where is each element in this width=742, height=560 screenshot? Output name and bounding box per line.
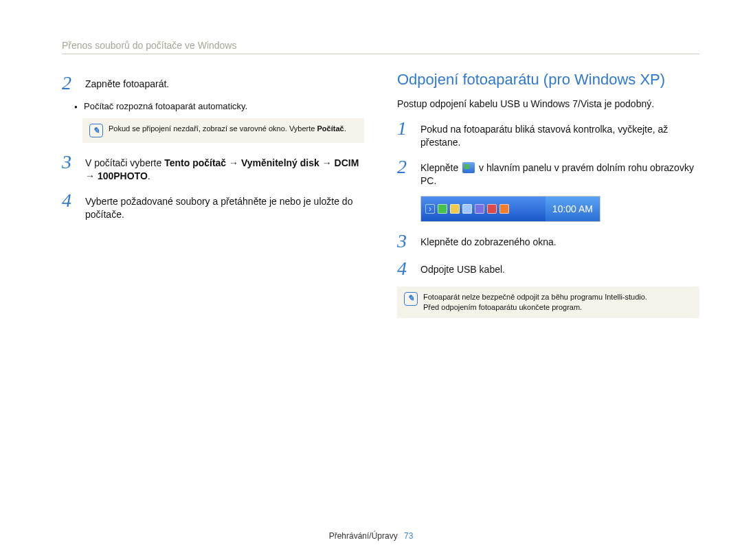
section-lead: Postup odpojení kabelu USB u Windows 7/V… bbox=[397, 98, 699, 109]
note-text: Pokud se připojení nezdaří, zobrazí se v… bbox=[109, 124, 346, 134]
note-icon: ✎ bbox=[89, 124, 103, 137]
footer-page-number: 73 bbox=[404, 531, 413, 541]
right-note: ✎ Fotoaparát nelze bezpečně odpojit za b… bbox=[397, 287, 699, 319]
footer-section: Přehrávání/Úpravy bbox=[329, 531, 398, 541]
tray-icon bbox=[499, 204, 509, 214]
step2-lead: Klepněte bbox=[420, 162, 461, 173]
step-text: Odpojte USB kabel. bbox=[420, 259, 505, 278]
left-bullet: Počítač rozpozná fotoaparát automaticky. bbox=[62, 101, 364, 111]
step-number: 2 bbox=[62, 74, 77, 93]
page-header: Přenos souborů do počítače ve Windows bbox=[62, 40, 699, 51]
right-step-2: 2 Klepněte v hlavním panelu v pravém dol… bbox=[397, 157, 699, 188]
left-column: 2 Zapněte fotoaparát. Počítač rozpozná f… bbox=[62, 71, 364, 328]
step3-lead: V počítači vyberte bbox=[85, 157, 164, 168]
page-footer: Přehrávání/Úpravy 73 bbox=[0, 531, 742, 541]
note-text: Fotoaparát nelze bezpečně odpojit za běh… bbox=[423, 292, 647, 313]
tray-icon bbox=[462, 204, 472, 214]
tray-shield-icon bbox=[450, 204, 460, 214]
right-column: Odpojení fotoaparátu (pro Windows XP) Po… bbox=[397, 71, 699, 328]
note-line2: Před odpojením fotoaparátu ukončete prog… bbox=[423, 303, 582, 311]
safely-remove-icon bbox=[462, 162, 475, 173]
step-text: Vyberte požadované soubory a přetáhněte … bbox=[85, 191, 364, 221]
left-step-4: 4 Vyberte požadované soubory a přetáhnět… bbox=[62, 191, 364, 221]
step-text: V počítači vyberte Tento počítač → Vyměn… bbox=[85, 153, 364, 183]
step-number: 4 bbox=[62, 191, 77, 221]
taskbar-screenshot: › 10:00 AM bbox=[420, 196, 600, 222]
step-text: Klepněte v hlavním panelu v pravém dolní… bbox=[420, 157, 699, 188]
note-text-part: Pokud se připojení nezdaří, zobrazí se v… bbox=[109, 124, 317, 133]
step-number: 1 bbox=[397, 119, 412, 149]
tray-icon bbox=[475, 204, 484, 214]
left-step-3: 3 V počítači vyberte Tento počítač → Vym… bbox=[62, 153, 364, 183]
step3-tail: . bbox=[148, 170, 150, 181]
left-note: ✎ Pokud se připojení nezdaří, zobrazí se… bbox=[82, 118, 364, 143]
tray-volume-icon bbox=[487, 204, 497, 214]
taskbar-clock: 10:00 AM bbox=[546, 197, 600, 221]
right-step-1: 1 Pokud na fotoaparátu bliká stavová kon… bbox=[397, 119, 699, 149]
step-number: 2 bbox=[397, 157, 412, 188]
note-text-bold: Počítač bbox=[317, 124, 344, 133]
left-step-2: 2 Zapněte fotoaparát. bbox=[62, 74, 364, 93]
section-title: Odpojení fotoaparátu (pro Windows XP) bbox=[397, 71, 699, 89]
step2-tail: v hlavním panelu v pravém dolním rohu ob… bbox=[420, 162, 694, 186]
tray-icon bbox=[438, 204, 447, 214]
step-text: Klepněte do zobrazeného okna. bbox=[420, 232, 556, 251]
step-text: Zapněte fotoaparát. bbox=[85, 74, 169, 93]
system-tray: › bbox=[421, 197, 546, 221]
note-icon: ✎ bbox=[404, 292, 418, 306]
content-columns: 2 Zapněte fotoaparát. Počítač rozpozná f… bbox=[62, 71, 699, 328]
tray-expand-icon: › bbox=[425, 204, 435, 214]
step-number: 3 bbox=[397, 232, 412, 251]
step-number: 3 bbox=[62, 153, 77, 183]
step-text: Pokud na fotoaparátu bliká stavová kontr… bbox=[420, 119, 699, 149]
right-step-3: 3 Klepněte do zobrazeného okna. bbox=[397, 232, 699, 251]
note-line1: Fotoaparát nelze bezpečně odpojit za běh… bbox=[423, 293, 647, 301]
header-rule bbox=[62, 54, 699, 54]
step-number: 4 bbox=[397, 259, 412, 278]
right-step-4: 4 Odpojte USB kabel. bbox=[397, 259, 699, 278]
note-text-tail: . bbox=[344, 124, 346, 133]
